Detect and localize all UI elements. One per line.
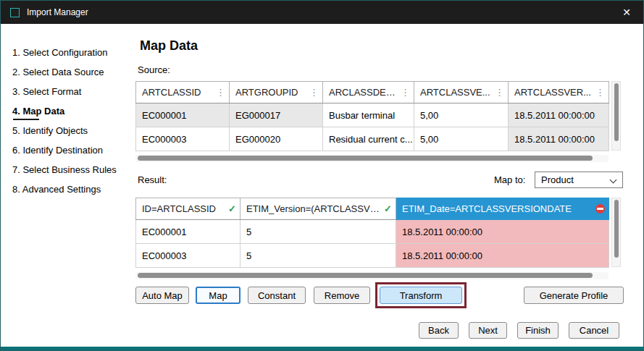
auto-map-button[interactable]: Auto Map [135,287,189,304]
source-column-label: ARTGROUPID [235,87,298,98]
source-column-label: ARTCLASSID [142,87,201,98]
result-column-header[interactable]: ETIM_Version=(ARTCLASSVE...✓ [241,198,396,220]
dialog-body: 1. Select Configuration2. Select Data So… [1,24,643,347]
titlebar: Import Manager ✕ [1,1,643,24]
result-column-header[interactable]: ETIM_Date=ARTCLASSVERSIONDATE [396,198,609,220]
source-table-row: EC000003EG000020Residual current c...5,0… [136,127,609,151]
source-vertical-scrollbar[interactable] [611,81,621,151]
source-cell[interactable]: 5,00 [414,103,509,127]
result-column-label: ETIM_Version=(ARTCLASSVE... [246,203,381,214]
remove-button[interactable]: Remove [314,287,370,304]
source-cell[interactable]: EC000003 [136,127,230,151]
sidebar-step-8[interactable]: 8. Advanced Settings [12,179,132,199]
finish-button[interactable]: Finish [517,322,559,339]
column-menu-icon[interactable]: ⋮ [398,87,410,98]
wizard-steps: 1. Select Configuration2. Select Data So… [12,43,132,199]
not-mapped-icon [595,204,605,213]
result-cell[interactable]: 5 [241,220,396,244]
generate-profile-button[interactable]: Generate Profile [524,287,624,304]
column-menu-icon[interactable]: ⋮ [492,87,504,98]
source-column-label: ARTCLASSVER... [514,87,591,98]
sidebar-step-1[interactable]: 1. Select Configuration [12,43,132,62]
result-horizontal-scrollbar[interactable] [135,272,609,279]
result-grid: ID=ARTCLASSID✓ETIM_Version=(ARTCLASSVE..… [135,198,609,268]
result-label: Result: [138,174,167,185]
source-label: Source: [138,64,170,75]
source-column-header[interactable]: ARTCLASSVER...⋮ [509,82,609,103]
result-vertical-scrollbar-thumb[interactable] [614,200,619,258]
column-menu-icon[interactable]: ⋮ [306,87,319,98]
result-cell[interactable]: 18.5.2011 00:00:00 [396,220,609,244]
source-cell[interactable]: EC000001 [136,103,230,127]
source-cell[interactable]: 5,00 [414,127,509,151]
transform-button[interactable]: Transform [380,287,462,304]
sidebar-step-5[interactable]: 5. Identify Objects [12,121,132,140]
source-cell[interactable]: Busbar terminal [323,103,414,127]
source-horizontal-scrollbar-thumb[interactable] [138,156,593,161]
mapped-check-icon: ✓ [225,203,236,214]
source-horizontal-scrollbar[interactable] [135,155,609,162]
sidebar-step-3[interactable]: 3. Select Format [12,82,132,101]
map-to-value: Product [541,174,574,185]
result-column-label: ETIM_Date=ARTCLASSVERSIONDATE [402,203,572,214]
sidebar-step-7[interactable]: 7. Select Business Rules [12,160,132,179]
source-column-header[interactable]: ARTCLASSVE...⋮ [414,82,509,103]
result-table-row: EC000003518.5.2011 00:00:00 [136,244,609,268]
result-cell[interactable]: 5 [241,244,396,268]
result-table-row: EC000001518.5.2011 00:00:00 [136,220,609,244]
source-column-label: ARCLASSDESC [329,87,398,98]
source-table: ARTCLASSID⋮ARTGROUPID⋮ARCLASSDESC⋮ARTCLA… [135,81,609,151]
result-cell[interactable]: EC000001 [136,220,241,244]
result-column-label: ID=ARTCLASSID [142,203,216,214]
sidebar-step-6[interactable]: 6. Identify Destination [12,140,132,160]
back-button[interactable]: Back [419,322,459,339]
result-column-header[interactable]: ID=ARTCLASSID✓ [136,198,241,220]
window-accent-strip [1,347,643,350]
next-button[interactable]: Next [469,322,507,339]
map-to-label: Map to: [494,174,525,185]
mapped-check-icon: ✓ [381,203,392,214]
page-title: Map Data [140,38,198,54]
map-button[interactable]: Map [196,287,241,304]
source-column-header[interactable]: ARTCLASSID⋮ [136,82,230,103]
source-cell[interactable]: 18.5.2011 00:00:00 [509,103,609,127]
source-column-label: ARTCLASSVE... [420,87,490,98]
constant-button[interactable]: Constant [248,287,306,304]
source-cell[interactable]: Residual current c... [323,127,414,151]
result-cell[interactable]: EC000003 [136,244,241,268]
sidebar-step-2[interactable]: 2. Select Data Source [12,62,132,82]
source-column-header[interactable]: ARTGROUPID⋮ [230,82,323,103]
map-to-select[interactable]: Product [535,172,623,188]
app-icon [10,8,20,17]
source-cell[interactable]: EG000020 [230,127,323,151]
cancel-button[interactable]: Cancel [569,322,619,339]
source-vertical-scrollbar-thumb[interactable] [614,83,619,141]
result-table: ID=ARTCLASSID✓ETIM_Version=(ARTCLASSVE..… [135,198,609,268]
source-table-row: EC000001EG000017Busbar terminal5,0018.5.… [136,103,609,127]
sidebar-step-4[interactable]: 4. Map Data [12,101,132,121]
source-cell[interactable]: EG000017 [230,103,323,127]
import-manager-window: Import Manager ✕ 1. Select Configuration… [0,0,644,351]
source-cell[interactable]: 18.5.2011 00:00:00 [509,127,609,151]
column-menu-icon[interactable]: ⋮ [593,87,605,98]
close-icon[interactable]: ✕ [610,1,643,24]
column-menu-icon[interactable]: ⋮ [213,87,225,98]
chevron-down-icon [610,177,617,184]
result-cell[interactable]: 18.5.2011 00:00:00 [396,244,609,268]
window-title: Import Manager [27,7,88,17]
source-grid: ARTCLASSID⋮ARTGROUPID⋮ARCLASSDESC⋮ARTCLA… [135,81,609,151]
source-column-header[interactable]: ARCLASSDESC⋮ [323,82,414,103]
result-vertical-scrollbar[interactable] [611,198,621,267]
result-horizontal-scrollbar-thumb[interactable] [138,273,593,278]
